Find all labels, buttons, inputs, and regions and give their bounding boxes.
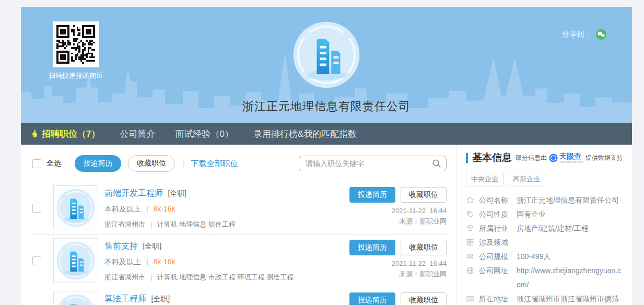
job-title-link[interactable]: 售前支持	[104, 241, 138, 250]
company-info-row: 公司名称 浙江正元地理信息有限责任公司	[466, 193, 624, 207]
job-info: 售前支持 [全职] 本科及以上 | 8k-16k 浙江省湖州市 | 计算机 地理…	[104, 238, 329, 282]
job-title-link[interactable]: 算法工程师	[104, 294, 146, 303]
tag-icon	[466, 207, 475, 221]
home-icon	[466, 193, 475, 207]
job-checkbox[interactable]	[32, 256, 41, 265]
tab-navbar: 招聘职位（7）公司简介面试经验（0）录用排行榜&我的匹配指数	[21, 123, 632, 145]
row-label: 公司名称	[479, 193, 510, 207]
row-value: 100-499人	[517, 250, 624, 264]
qr-caption: 扫码快速投递简历	[44, 71, 107, 80]
wechat-icon[interactable]	[595, 29, 607, 40]
apply-button[interactable]: 投递简历	[349, 292, 395, 305]
row-label: 涉及领域	[479, 236, 510, 250]
job-company-logo	[53, 291, 98, 305]
job-location-line: 浙江省湖州市 | 计算机 地理信息 市政工程 环境工程 测绘工程	[104, 273, 329, 282]
data-provider-note: 部分信息由 天眼查 TianYanCha.com	[516, 152, 623, 163]
company-info-row: 公司网址 http://www.zhejiangzhengyuan.com/	[466, 264, 624, 292]
industry-icon	[466, 221, 475, 236]
row-value: http://www.zhejiangzhengyuan.com/	[517, 264, 624, 292]
company-name-title: 浙江正元地理信息有限责任公司	[21, 99, 632, 114]
meta-divider: |	[146, 205, 148, 213]
job-type-label: [全职]	[168, 189, 186, 197]
share-label: 分享到：	[562, 30, 591, 39]
favorite-button[interactable]: 收藏职位	[401, 187, 447, 203]
job-actions: 投递简历 收藏职位	[349, 292, 447, 305]
hand-pointer-icon	[30, 130, 39, 138]
job-education: 本科及以上	[104, 257, 141, 266]
company-info-rows: 公司名称 浙江正元地理信息有限责任公司 公司性质 国有企业 所属行业 房地产/建…	[466, 193, 624, 305]
job-info: 算法工程师 [全职] | |	[104, 291, 329, 305]
job-location-line: 浙江省湖州市 | 计算机 地理信息 软件工程	[104, 220, 329, 229]
company-banner: 扫码快速投递简历 浙江正元地理信息有限责任公司 分享到：	[21, 7, 632, 123]
company-tag-0: 中央企业	[466, 172, 504, 186]
row-label: 公司性质	[479, 207, 510, 221]
apply-button[interactable]: 投递简历	[349, 240, 395, 255]
page-container: 扫码快速投递简历 浙江正元地理信息有限责任公司 分享到：	[21, 7, 632, 305]
job-fields: 计算机 地理信息 市政工程 环境工程 测绘工程	[157, 273, 294, 281]
job-row: 算法工程师 [全职] | | 投递简历 收藏职位	[32, 287, 447, 305]
job-row: 售前支持 [全职] 本科及以上 | 8k-16k 浙江省湖州市 | 计算机 地理…	[32, 234, 447, 287]
row-value: 浙江正元地理信息有限责任公司	[517, 193, 624, 207]
nav-tab-1[interactable]: 公司简介	[120, 128, 155, 140]
row-label: 公司规模	[479, 250, 510, 264]
job-list-panel: 全选 投递简历 收藏职位 | 下载全部职位	[21, 145, 456, 305]
company-info-row: 公司性质 国有企业	[466, 207, 624, 221]
company-tag-1: 高新企业	[508, 172, 545, 186]
basic-info-title: 基本信息	[472, 151, 512, 165]
provider-name: 天眼查	[559, 152, 583, 160]
download-all-link[interactable]: 下载全部职位	[191, 159, 238, 169]
nav-tab-label: 录用排行榜&我的匹配指数	[253, 128, 357, 140]
content-area: 全选 投递简历 收藏职位 | 下载全部职位	[21, 145, 632, 305]
provider-suffix: 提供数据支持	[586, 154, 623, 162]
job-actions: 投递简历 收藏职位 2021-11-22 16:44 来源：新职业网	[349, 240, 447, 279]
job-checkbox[interactable]	[32, 204, 41, 213]
row-value: 国有企业	[517, 207, 624, 221]
qr-block: 扫码快速投递简历	[44, 21, 107, 80]
provider-prefix: 部分信息由	[516, 154, 547, 162]
job-fields: 计算机 地理信息 软件工程	[157, 220, 236, 228]
row-value: 房地产/建筑/建材/工程	[517, 221, 624, 236]
apply-button[interactable]: 投递简历	[349, 187, 395, 203]
company-info-row: 所属行业 房地产/建筑/建材/工程	[466, 221, 624, 236]
company-info-row: 所在地址 浙江省湖州市浙江省湖州市德清县塔山街科源路10号3幢	[466, 292, 624, 305]
job-toolbar: 全选 投递简历 收藏职位 | 下载全部职位	[32, 155, 447, 172]
nav-tab-3[interactable]: 录用排行榜&我的匹配指数	[253, 128, 357, 140]
apply-selected-button[interactable]: 投递简历	[75, 155, 121, 172]
company-tags: 中央企业高新企业	[466, 172, 624, 186]
job-title-link[interactable]: 前端开发工程师	[104, 189, 163, 197]
tianyancha-logo[interactable]: 天眼查 TianYanCha.com	[549, 152, 583, 163]
toolbar-divider: |	[183, 159, 185, 168]
job-location: 浙江省湖州市	[104, 273, 145, 281]
job-row: 前端开发工程师 [全职] 本科及以上 | 8k-16k 浙江省湖州市 | 计算机…	[32, 182, 447, 234]
select-all-label: 全选	[46, 159, 61, 168]
row-label: 公司网址	[479, 264, 510, 292]
row-value: 浙江省湖州市浙江省湖州市德清县塔山街科源路10号3幢	[517, 292, 624, 305]
job-company-logo	[53, 238, 98, 283]
company-info-row: 公司规模 100-499人	[466, 250, 624, 264]
favorite-button[interactable]: 收藏职位	[401, 240, 447, 255]
job-source: 来源：新职业网	[349, 217, 447, 226]
row-label: 所在地址	[479, 292, 510, 305]
basic-info-sidebar: 基本信息 部分信息由 天眼查 TianYanCha.com	[456, 145, 632, 305]
job-search	[299, 156, 447, 171]
favorite-button[interactable]: 收藏职位	[401, 292, 447, 305]
favorite-selected-button[interactable]: 收藏职位	[128, 155, 175, 172]
nav-tab-label: 面试经验（0）	[175, 128, 233, 140]
meta-divider: |	[150, 273, 152, 281]
job-location: 浙江省湖州市	[104, 220, 145, 228]
job-company-logo	[53, 185, 98, 230]
company-logo	[292, 20, 361, 89]
job-post-date: 2021-11-22 16:44	[349, 207, 447, 215]
job-education: 本科及以上	[104, 205, 141, 213]
tianyancha-wordmark: 天眼查 TianYanCha.com	[559, 152, 583, 163]
nav-tab-0[interactable]: 招聘职位（7）	[30, 128, 100, 140]
job-search-input[interactable]	[299, 156, 447, 171]
job-list: 前端开发工程师 [全职] 本科及以上 | 8k-16k 浙江省湖州市 | 计算机…	[32, 182, 447, 305]
nav-tab-2[interactable]: 面试经验（0）	[175, 128, 233, 140]
job-meta-line: 本科及以上 | 8k-16k	[104, 257, 329, 267]
search-icon[interactable]	[432, 159, 441, 168]
job-source: 来源：新职业网	[349, 269, 447, 279]
select-all-checkbox[interactable]	[32, 159, 41, 168]
row-value	[517, 236, 624, 250]
share-bar: 分享到：	[562, 29, 607, 40]
